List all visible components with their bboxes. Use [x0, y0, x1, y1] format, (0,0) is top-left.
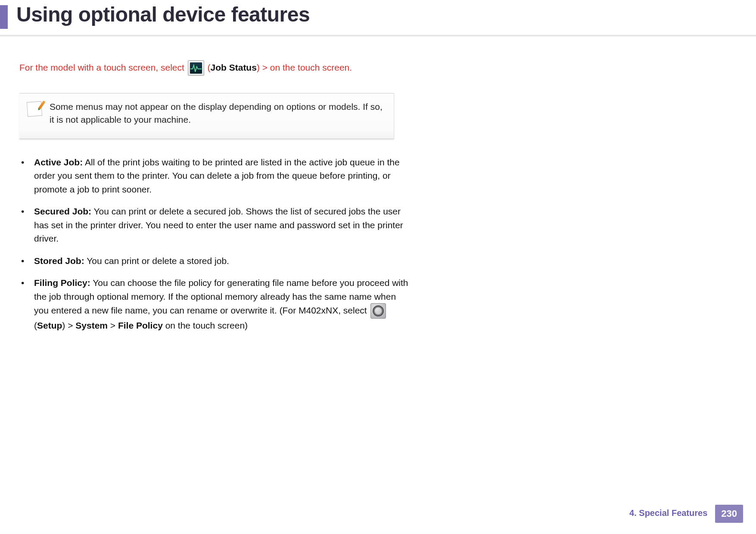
file-policy-label: File Policy	[118, 320, 163, 330]
feature-label: Filing Policy:	[34, 278, 90, 288]
system-label: System	[75, 320, 108, 330]
gt1: >	[65, 320, 75, 330]
setup-icon	[370, 303, 386, 319]
list-item: • Filing Policy: You can choose the file…	[19, 276, 409, 332]
header-divider	[0, 35, 756, 37]
feature-body-post: on the touch screen)	[163, 320, 248, 330]
intro-sep: >	[260, 62, 270, 72]
page-footer: 4. Special Features 230	[629, 505, 743, 523]
page-title: Using optional device features	[0, 3, 756, 26]
list-item: • Secured Job: You can print or delete a…	[19, 205, 409, 245]
feature-list: • Active Job: All of the print jobs wait…	[19, 155, 409, 332]
bullet-icon: •	[19, 254, 34, 268]
setup-paren-open: (	[34, 320, 37, 330]
feature-label: Stored Job:	[34, 256, 84, 266]
note-box: Some menus may not appear on the display…	[19, 93, 394, 139]
intro-pre: For the model with a touch screen, selec…	[19, 62, 187, 72]
feature-text: Filing Policy: You can choose the file p…	[34, 276, 409, 332]
header-accent-bar	[0, 5, 8, 29]
intro-paragraph: For the model with a touch screen, selec…	[19, 60, 396, 76]
footer-page-number: 230	[715, 505, 743, 523]
feature-body: All of the print jobs waiting to be prin…	[34, 157, 400, 194]
bullet-icon: •	[19, 205, 34, 245]
intro-paren-close: )	[257, 62, 260, 72]
feature-text: Secured Job: You can print or delete a s…	[34, 205, 409, 245]
feature-text: Stored Job: You can print or delete a st…	[34, 254, 409, 268]
intro-post: on the touch screen.	[270, 62, 352, 72]
feature-text: Active Job: All of the print jobs waitin…	[34, 155, 409, 196]
intro-paren-open: (	[208, 62, 211, 72]
list-item: • Stored Job: You can print or delete a …	[19, 254, 409, 268]
bullet-icon: •	[19, 276, 34, 332]
page-content: For the model with a touch screen, selec…	[0, 37, 396, 332]
note-icon	[27, 102, 42, 116]
bullet-icon: •	[19, 155, 34, 196]
feature-body: You can print or delete a stored job.	[87, 256, 229, 266]
setup-label: Setup	[37, 320, 62, 330]
gt2: >	[108, 320, 118, 330]
intro-job-status-label: Job Status	[211, 62, 257, 72]
job-status-icon	[188, 60, 204, 76]
list-item: • Active Job: All of the print jobs wait…	[19, 155, 409, 196]
page-header: Using optional device features	[0, 0, 756, 37]
feature-label: Secured Job:	[34, 206, 91, 216]
feature-label: Active Job:	[34, 157, 83, 167]
footer-chapter: 4. Special Features	[629, 505, 715, 523]
note-text: Some menus may not appear on the display…	[50, 100, 385, 127]
